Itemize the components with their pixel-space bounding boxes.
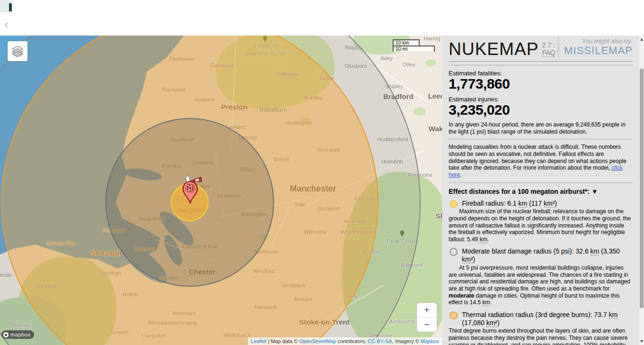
effect-legend-icon <box>450 311 458 319</box>
pin <box>183 182 197 203</box>
leaflet-link[interactable]: Leaflet <box>251 338 267 344</box>
zoom-control: + − <box>416 302 437 332</box>
nukemap-app: ‹ FleetwoodGarst <box>0 0 644 345</box>
mapbox-link[interactable]: Mapbox <box>421 338 439 344</box>
effects-list: Fireball radius: 6.1 km (117 km²) Maximu… <box>449 200 633 345</box>
also-try-label: You might also try: <box>564 37 633 45</box>
effect-legend-icon <box>450 200 458 208</box>
page-scrollbar[interactable] <box>639 36 644 345</box>
effect-description: Third degree burns extend throughout the… <box>449 327 633 345</box>
divider <box>449 139 633 139</box>
map-label: Wak <box>429 125 442 133</box>
layers-control-button[interactable] <box>7 40 28 62</box>
effect-title: Fireball radius: 6.1 km (117 km²) <box>462 200 633 208</box>
attr-text: , Imagery © <box>392 338 421 344</box>
app-title: NUKEMAP <box>449 41 539 57</box>
divider <box>449 65 633 65</box>
green-patch <box>414 108 426 116</box>
effect-item-fireball: Fireball radius: 6.1 km (117 km²) Maximu… <box>449 200 633 243</box>
collapse-caret-icon[interactable]: ▼ <box>591 188 598 195</box>
fatalities-value: 1,773,860 <box>449 77 633 91</box>
sep: : <box>551 41 555 49</box>
scale-mi: 10 mi <box>393 45 435 52</box>
effects-heading[interactable]: Effect distances for a 100 megaton airbu… <box>449 188 633 195</box>
daily-note: In any given 24-hour period, there are o… <box>449 121 633 135</box>
map-attribution: Leaflet | Map data © OpenStreetMap contr… <box>248 337 442 345</box>
panel-header: NUKEMAP 2.7 : FAQ You might also try: MI… <box>449 37 633 62</box>
logo-sliver <box>9 3 12 11</box>
scrollbar-thumb[interactable] <box>640 69 644 308</box>
effect-item-thermal-radiation: Thermal radiation radius (3rd degree bur… <box>449 311 633 345</box>
attr-text: contributors, <box>336 338 368 344</box>
effect-description: Maximum size of the nuclear fireball; re… <box>449 208 633 243</box>
effect-legend-icon <box>450 248 458 256</box>
mapbox-logo[interactable]: mapbox <box>1 330 34 339</box>
faq-link[interactable]: FAQ <box>542 49 555 57</box>
back-chevron-icon[interactable]: ‹ <box>4 18 9 30</box>
osm-link[interactable]: OpenStreetMap <box>299 338 336 344</box>
version-number: 2.7 <box>542 41 551 49</box>
map-label: Ilkley <box>380 55 393 61</box>
scale-control: 10 km 10 mi <box>393 39 435 52</box>
scrollbar-up-button[interactable] <box>639 36 644 43</box>
map-canvas[interactable]: FleetwoodGarstangBlackpoolKirkhamPreston… <box>0 36 442 345</box>
mapbox-logo-text: mapbox <box>10 332 30 337</box>
ccbysa-link[interactable]: CC-BY-SA <box>368 338 392 344</box>
divider <box>449 182 633 183</box>
attr-text: | Map data © <box>267 338 299 344</box>
map-label: Otley <box>403 62 415 67</box>
version-faq: 2.7 : FAQ <box>542 41 558 57</box>
injuries-value: 3,235,020 <box>449 103 633 118</box>
down-arrow-icon <box>640 340 643 343</box>
modeling-text-end: . <box>460 172 461 178</box>
modeling-text: Modeling casualties from a nuclear attac… <box>449 144 626 171</box>
map-label: Ashbourne <box>389 318 415 324</box>
effect-title: Moderate blast damage radius (5 psi): 32… <box>462 247 633 263</box>
effects-heading-text: Effect distances for a 100 megaton airbu… <box>449 188 589 195</box>
top-bar: ‹ <box>0 0 644 36</box>
green-patch <box>426 59 436 66</box>
zoom-in-button[interactable]: + <box>417 303 437 318</box>
effect-title: Thermal radiation radius (3rd degree bur… <box>462 311 633 327</box>
detonation-marker[interactable] <box>176 174 204 207</box>
modeling-note: Modeling casualties from a nuclear attac… <box>449 144 633 178</box>
effect-item-moderate-blast: Moderate blast damage radius (5 psi): 32… <box>449 247 633 306</box>
scale-km: 10 km <box>393 39 420 45</box>
layers-icon <box>11 45 24 57</box>
missilemap-link[interactable]: MISSILEMAP <box>564 45 633 57</box>
map-label: Leed <box>428 92 442 100</box>
also-try-block: You might also try: MISSILEMAP <box>558 37 633 57</box>
zoom-out-button[interactable]: − <box>417 318 437 332</box>
scrollbar-down-button[interactable] <box>639 338 644 345</box>
effect-description: At 5 psi overpressure, most residential … <box>449 264 633 306</box>
results-panel: NUKEMAP 2.7 : FAQ You might also try: MI… <box>442 36 639 345</box>
up-arrow-icon <box>640 38 643 41</box>
map-label: Sh <box>435 212 442 220</box>
mapbox-logo-icon <box>3 332 9 337</box>
